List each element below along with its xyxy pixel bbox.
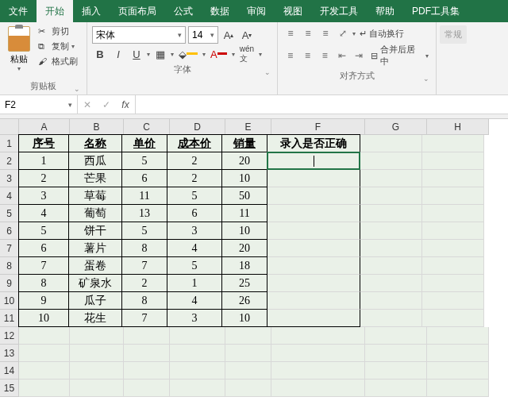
cell-C2[interactable]: 5: [121, 152, 167, 170]
cell-B15[interactable]: [70, 380, 124, 397]
col-header-B[interactable]: B: [70, 119, 124, 135]
row-header-11[interactable]: 11: [0, 310, 19, 327]
cell-A14[interactable]: [19, 362, 70, 380]
cell-G8[interactable]: [360, 257, 422, 275]
cell-B14[interactable]: [70, 362, 124, 380]
cell-D1[interactable]: 成本价: [167, 134, 222, 152]
cell-A9[interactable]: 8: [18, 274, 69, 292]
cell-A1[interactable]: 序号: [18, 134, 69, 152]
cell-B4[interactable]: 草莓: [68, 187, 122, 205]
cell-F13[interactable]: [271, 345, 365, 362]
cell-G12[interactable]: [365, 327, 427, 345]
cell-B12[interactable]: [70, 327, 124, 345]
cell-C8[interactable]: 7: [121, 256, 167, 275]
italic-button[interactable]: I: [110, 46, 126, 62]
cell-C14[interactable]: [124, 362, 170, 380]
cell-H15[interactable]: [427, 380, 489, 397]
cell-G7[interactable]: [360, 240, 422, 257]
align-left-button[interactable]: ≡: [283, 48, 298, 63]
format-painter-button[interactable]: 🖌格式刷: [37, 55, 79, 68]
cell-E14[interactable]: [225, 362, 271, 380]
row-header-6[interactable]: 6: [0, 222, 19, 240]
menu-view[interactable]: 视图: [275, 0, 311, 22]
row-header-15[interactable]: 15: [0, 380, 19, 397]
cell-G10[interactable]: [360, 292, 422, 310]
cell-C3[interactable]: 6: [121, 169, 167, 187]
cell-H14[interactable]: [427, 362, 489, 380]
cell-G15[interactable]: [365, 380, 427, 397]
cell-H9[interactable]: [422, 275, 484, 292]
cell-D10[interactable]: 4: [167, 291, 222, 310]
cell-G11[interactable]: [360, 310, 422, 327]
cell-A6[interactable]: 5: [18, 222, 69, 240]
font-size-select[interactable]: 14▾: [188, 26, 218, 44]
decrease-font-button[interactable]: A▾: [239, 27, 255, 43]
menu-pdf[interactable]: PDF工具集: [403, 0, 468, 22]
paste-button[interactable]: 粘贴 ▾: [5, 25, 33, 74]
cut-button[interactable]: ✂剪切: [37, 25, 79, 38]
cell-F10[interactable]: [267, 292, 360, 310]
cell-B7[interactable]: 薯片: [68, 239, 122, 257]
cell-C11[interactable]: 7: [121, 309, 167, 327]
cell-F9[interactable]: [267, 275, 360, 292]
formula-input[interactable]: [136, 95, 508, 114]
cell-C12[interactable]: [124, 327, 170, 345]
cell-E5[interactable]: 11: [221, 204, 267, 222]
cell-D14[interactable]: [170, 362, 225, 380]
cell-D13[interactable]: [170, 345, 225, 362]
menu-formula[interactable]: 公式: [165, 0, 202, 22]
phonetic-button[interactable]: wén文: [237, 46, 256, 62]
cell-H4[interactable]: [422, 187, 484, 205]
cell-D5[interactable]: 6: [167, 204, 222, 222]
cell-A15[interactable]: [19, 380, 70, 397]
cell-H10[interactable]: [422, 292, 484, 310]
cell-C1[interactable]: 单价: [121, 134, 167, 152]
border-button[interactable]: ▦: [152, 46, 168, 62]
row-header-3[interactable]: 3: [0, 170, 19, 187]
cell-A8[interactable]: 7: [18, 256, 69, 275]
cell-E13[interactable]: [225, 345, 271, 362]
cell-F2[interactable]: [267, 152, 360, 170]
row-header-14[interactable]: 14: [0, 362, 19, 380]
confirm-button[interactable]: ✓: [97, 99, 116, 110]
col-header-G[interactable]: G: [365, 119, 427, 135]
cell-H11[interactable]: [422, 310, 484, 327]
copy-button[interactable]: ⧉复制▾: [37, 40, 79, 53]
cell-E8[interactable]: 18: [221, 256, 267, 275]
cell-B11[interactable]: 花生: [68, 309, 122, 327]
row-header-9[interactable]: 9: [0, 275, 19, 292]
cell-G4[interactable]: [360, 187, 422, 205]
cell-F1[interactable]: 录入是否正确: [267, 134, 360, 152]
indent-dec-button[interactable]: ⇤: [334, 48, 350, 63]
cell-A2[interactable]: 1: [18, 152, 69, 170]
row-header-1[interactable]: 1: [0, 135, 19, 152]
cell-H7[interactable]: [422, 240, 484, 257]
menu-data[interactable]: 数据: [202, 0, 238, 22]
cell-C6[interactable]: 5: [121, 222, 167, 240]
cell-G13[interactable]: [365, 345, 427, 362]
row-header-10[interactable]: 10: [0, 292, 19, 310]
cell-G5[interactable]: [360, 205, 422, 222]
font-name-select[interactable]: 宋体▾: [92, 26, 186, 44]
cell-E7[interactable]: 20: [221, 239, 267, 257]
cell-D3[interactable]: 2: [167, 169, 222, 187]
cell-C5[interactable]: 13: [121, 204, 167, 222]
menu-layout[interactable]: 页面布局: [110, 0, 165, 22]
orientation-button[interactable]: ⤢: [335, 26, 351, 40]
cell-C10[interactable]: 8: [121, 291, 167, 310]
col-header-E[interactable]: E: [225, 119, 271, 135]
menu-insert[interactable]: 插入: [73, 0, 110, 22]
cell-C4[interactable]: 11: [121, 187, 167, 205]
cell-A11[interactable]: 10: [18, 309, 69, 327]
col-header-A[interactable]: A: [19, 119, 70, 135]
indent-inc-button[interactable]: ⇥: [352, 48, 368, 63]
style-normal-button[interactable]: 常规: [440, 25, 467, 44]
cell-A3[interactable]: 2: [18, 169, 69, 187]
underline-button[interactable]: U: [129, 46, 144, 62]
cell-E10[interactable]: 26: [221, 291, 267, 310]
cell-E4[interactable]: 50: [221, 187, 267, 205]
cell-H12[interactable]: [427, 327, 489, 345]
cell-A7[interactable]: 6: [18, 239, 69, 257]
col-header-H[interactable]: H: [427, 119, 489, 135]
cell-G1[interactable]: [360, 135, 422, 152]
